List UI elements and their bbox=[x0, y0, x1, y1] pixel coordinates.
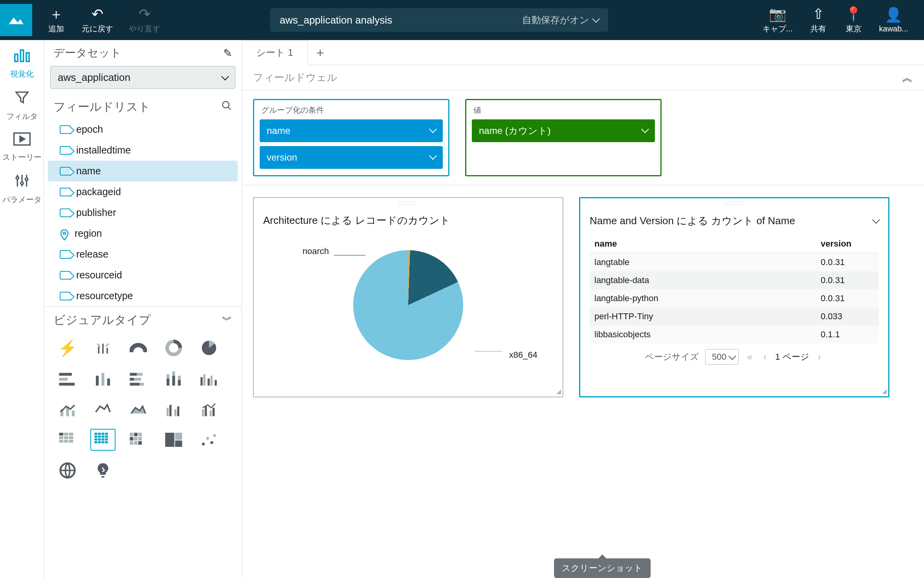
field-item-installedtime[interactable]: installedtime bbox=[44, 140, 242, 161]
vt-kpi[interactable] bbox=[90, 337, 116, 359]
vt-line[interactable] bbox=[90, 398, 116, 420]
svg-point-83 bbox=[206, 437, 209, 440]
vt-area[interactable] bbox=[126, 398, 151, 420]
col-name[interactable]: name bbox=[590, 235, 816, 253]
svg-point-85 bbox=[213, 434, 216, 437]
edit-dataset-icon[interactable]: ✎ bbox=[223, 47, 232, 60]
capture-button[interactable]: 📷 キャプ... bbox=[755, 6, 801, 34]
redo-button[interactable]: ↷ やり直す bbox=[121, 6, 168, 34]
app-logo[interactable] bbox=[0, 4, 32, 36]
dataset-header: データセット ✎ bbox=[44, 40, 242, 66]
field-item-publisher[interactable]: publisher bbox=[44, 202, 242, 223]
well-value[interactable]: 値 name (カウント) bbox=[465, 99, 662, 176]
add-button[interactable]: ＋ 追加 bbox=[38, 6, 74, 34]
table-row[interactable]: langtable-data0.0.31 bbox=[590, 271, 879, 289]
svg-rect-26 bbox=[172, 371, 175, 376]
vt-table[interactable] bbox=[90, 429, 116, 451]
autosave-status[interactable]: 自動保存がオン bbox=[522, 14, 599, 26]
svg-rect-19 bbox=[130, 378, 134, 380]
share-button[interactable]: ⇧ 共有 bbox=[801, 6, 836, 34]
drag-handle[interactable]: :::::::: bbox=[254, 198, 563, 207]
table-row[interactable]: langtable0.0.31 bbox=[590, 253, 879, 272]
visual-menu-icon[interactable] bbox=[873, 215, 879, 227]
visuals-canvas[interactable]: :::::::: Architecture による レコードのカウント noar… bbox=[242, 185, 924, 578]
dataset-select[interactable]: aws_application bbox=[50, 66, 235, 89]
add-sheet-button[interactable]: ＋ bbox=[308, 44, 333, 61]
vt-combo[interactable] bbox=[55, 398, 80, 420]
field-item-release[interactable]: release bbox=[44, 244, 242, 265]
pill-version[interactable]: version bbox=[260, 146, 443, 169]
resize-handle[interactable]: ◢ bbox=[556, 388, 561, 395]
vt-geo[interactable] bbox=[55, 459, 80, 481]
pager-first[interactable]: « bbox=[745, 351, 755, 362]
col-version[interactable]: version bbox=[816, 235, 879, 253]
vt-insight[interactable] bbox=[90, 459, 116, 481]
collapse-wells-icon[interactable]: ︽ bbox=[902, 70, 913, 85]
rail-filter[interactable]: フィルタ bbox=[0, 90, 44, 122]
field-item-name[interactable]: name bbox=[48, 161, 238, 181]
resize-handle[interactable]: ◢ bbox=[882, 387, 887, 395]
visual-table[interactable]: :::::::: Name and Version による カウント of Na… bbox=[579, 197, 889, 397]
svg-rect-31 bbox=[207, 379, 209, 386]
pager-next[interactable]: › bbox=[816, 351, 823, 362]
user-menu[interactable]: 👤 kawab... bbox=[871, 7, 916, 33]
vt-hbar[interactable] bbox=[55, 368, 80, 390]
vt-vbar-grouped[interactable] bbox=[196, 368, 222, 390]
vt-auto[interactable]: ⚡ bbox=[55, 337, 80, 359]
pill-name[interactable]: name bbox=[260, 119, 443, 142]
field-item-packageid[interactable]: packageid bbox=[44, 181, 242, 202]
field-item-epoch[interactable]: epoch bbox=[44, 119, 242, 140]
svg-rect-38 bbox=[169, 405, 171, 416]
vt-gauge[interactable] bbox=[126, 337, 151, 359]
tab-sheet1[interactable]: シート 1 bbox=[242, 40, 308, 65]
field-type-icon bbox=[60, 271, 71, 280]
svg-rect-55 bbox=[98, 433, 101, 435]
svg-rect-28 bbox=[178, 376, 181, 380]
vt-vbar[interactable] bbox=[90, 368, 116, 390]
field-item-resourceid[interactable]: resourceid bbox=[44, 265, 242, 285]
svg-rect-2 bbox=[26, 53, 29, 62]
vt-scatter[interactable] bbox=[196, 429, 222, 451]
page-size-select[interactable]: 500 bbox=[705, 349, 739, 365]
rail-story[interactable]: ストーリー bbox=[0, 132, 44, 163]
pill-name-count[interactable]: name (カウント) bbox=[472, 119, 655, 142]
vt-treemap[interactable] bbox=[161, 429, 186, 451]
vt-vbar-stacked[interactable] bbox=[161, 368, 186, 390]
vt-hbar-stacked[interactable] bbox=[126, 368, 151, 390]
field-item-region[interactable]: region bbox=[44, 223, 242, 244]
sheet-tabs: シート 1 ＋ bbox=[242, 40, 924, 65]
fieldwells-bar[interactable]: フィールドウェル ︽ bbox=[242, 65, 924, 90]
svg-rect-77 bbox=[134, 441, 138, 445]
table-row[interactable]: langtable-python0.0.31 bbox=[590, 289, 879, 307]
svg-rect-30 bbox=[204, 374, 205, 386]
vt-heatmap[interactable] bbox=[126, 429, 151, 451]
field-item-resourcetype[interactable]: resourcetype bbox=[44, 285, 242, 306]
vt-pivot[interactable] bbox=[55, 429, 80, 451]
pager-prev[interactable]: ‹ bbox=[761, 351, 769, 362]
svg-rect-70 bbox=[130, 433, 133, 436]
pie-label-noarch: noarch bbox=[302, 246, 329, 256]
svg-rect-46 bbox=[64, 433, 68, 435]
analysis-title-bar[interactable]: aws_application analysis 自動保存がオン bbox=[270, 8, 608, 32]
visual-pie[interactable]: :::::::: Architecture による レコードのカウント noar… bbox=[253, 197, 563, 397]
svg-rect-12 bbox=[59, 378, 68, 380]
svg-rect-58 bbox=[94, 435, 97, 437]
rail-parameters[interactable]: パラメータ bbox=[0, 173, 44, 205]
well-group-by[interactable]: グループ化の条件 name version bbox=[253, 99, 449, 176]
vt-combo2[interactable] bbox=[196, 398, 222, 420]
vt-clustered[interactable] bbox=[161, 398, 186, 420]
table-row[interactable]: libbasicobjects0.1.1 bbox=[590, 326, 879, 344]
search-icon[interactable] bbox=[221, 100, 232, 114]
svg-rect-73 bbox=[130, 437, 133, 441]
vt-pie[interactable] bbox=[196, 337, 222, 359]
svg-rect-78 bbox=[138, 441, 142, 445]
collapse-icon[interactable]: ︾ bbox=[222, 313, 232, 327]
table-row[interactable]: perl-HTTP-Tiny0.033 bbox=[590, 307, 879, 326]
region-button[interactable]: 📍 東京 bbox=[836, 6, 871, 34]
vt-donut[interactable] bbox=[161, 337, 186, 359]
drag-handle[interactable]: :::::::: bbox=[580, 198, 888, 208]
rail-visualize[interactable]: 視覚化 bbox=[0, 47, 44, 79]
undo-button[interactable]: ↶ 元に戻す bbox=[74, 6, 121, 34]
svg-rect-32 bbox=[211, 376, 213, 386]
pie-graphic bbox=[353, 250, 463, 360]
